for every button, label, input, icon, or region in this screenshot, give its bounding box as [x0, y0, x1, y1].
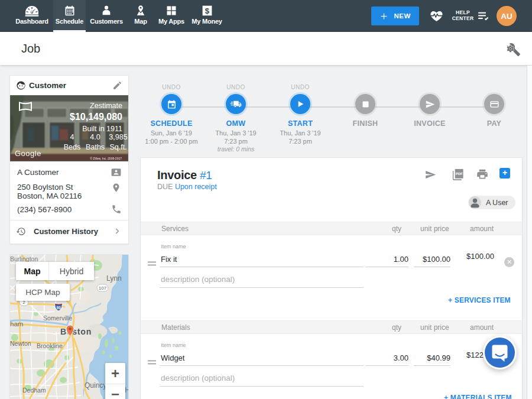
svg-text:Quincy: Quincy	[85, 381, 106, 390]
svg-text:Brookline: Brookline	[37, 342, 63, 349]
svg-text:107: 107	[99, 286, 107, 291]
svg-text:ham: ham	[10, 320, 23, 327]
svg-text:Newton: Newton	[10, 340, 31, 347]
svg-text:PDF: PDF	[456, 172, 463, 176]
svg-text:93: 93	[56, 306, 61, 310]
svg-text:Lynn: Lynn	[106, 274, 122, 283]
svg-text:Somerville: Somerville	[43, 314, 72, 322]
svg-text:Dedham: Dedham	[22, 387, 46, 394]
svg-text:Hi: Hi	[125, 386, 129, 394]
svg-text:$: $	[205, 7, 209, 15]
svg-text:Boston: Boston	[60, 327, 92, 336]
